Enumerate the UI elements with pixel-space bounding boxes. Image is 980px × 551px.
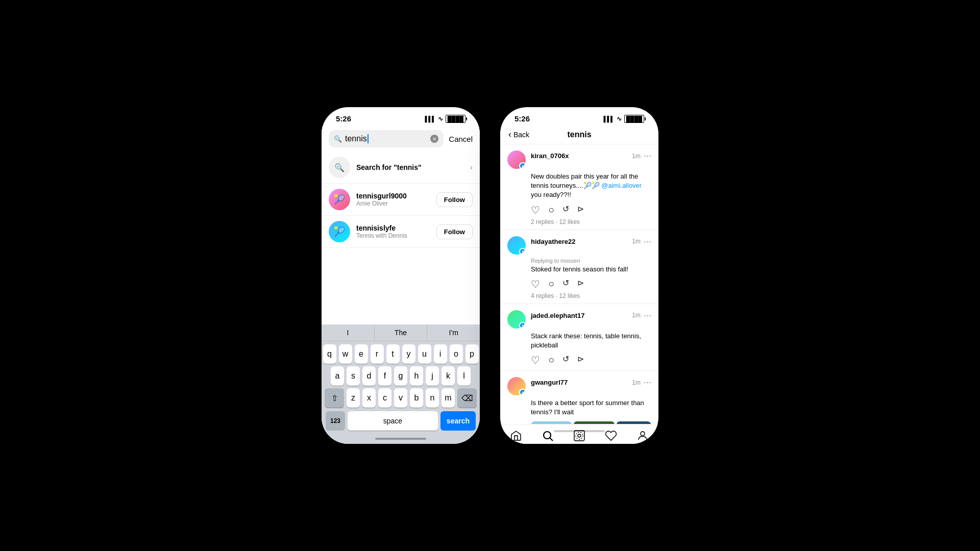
key-p[interactable]: p [465,344,479,364]
result-text-2: tennisislyfe Tennis with Dennis [356,224,430,239]
key-shift[interactable]: ⇧ [325,388,344,408]
left-home-indicator [375,438,426,440]
key-g[interactable]: g [394,366,407,386]
search-input-text[interactable]: tennis [345,134,427,143]
left-status-bar: 5:26 ▌▌▌ ∿ ████ [322,107,480,126]
key-space[interactable]: space [348,411,438,431]
key-h[interactable]: h [410,366,423,386]
post-3-username[interactable]: jaded.elephant17 [531,312,584,319]
cancel-button[interactable]: Cancel [449,135,473,143]
comment-icon-2[interactable]: ○ [548,278,554,290]
nav-profile[interactable] [636,430,649,442]
svg-point-13 [576,432,583,439]
like-icon-1[interactable]: ♡ [531,204,540,216]
key-u[interactable]: u [418,344,431,364]
key-i[interactable]: i [434,344,447,364]
repost-icon-3[interactable]: ↺ [562,354,569,366]
post-3-more[interactable]: ··· [644,310,651,321]
post-1-username-row: kiran_0706x 1m ··· [531,151,651,161]
key-r[interactable]: r [371,344,384,364]
post-2-more[interactable]: ··· [644,236,651,247]
follow-button-2[interactable]: Follow [436,224,473,239]
repost-icon-2[interactable]: ↺ [562,278,569,290]
word-suggestions: I The I'm [322,324,480,341]
search-input-wrap[interactable]: 🔍 tennis ✕ [329,130,444,147]
suggestion-1[interactable]: The [375,324,428,341]
post-3: + jaded.elephant17 1m ··· Stack rank the… [500,304,658,371]
search-query-text: tennis [345,134,367,143]
left-time: 5:26 [336,114,351,123]
clear-button[interactable]: ✕ [430,135,438,143]
key-w[interactable]: w [339,344,352,364]
suggestion-0[interactable]: I [322,324,375,341]
key-t[interactable]: t [386,344,400,364]
user-avatar-2: 🎾 [329,221,350,242]
nav-home[interactable] [510,430,522,442]
comment-icon-3[interactable]: ○ [548,354,554,366]
post-1-more[interactable]: ··· [644,151,651,161]
key-d[interactable]: d [362,366,376,386]
post-2-username[interactable]: hidayathere22 [531,238,575,245]
right-status-bar: 5:26 ▌▌▌ ∿ ████ [500,107,658,126]
like-icon-2[interactable]: ♡ [531,278,540,290]
post-4-username[interactable]: gwangurl77 [531,379,568,386]
post-1-username[interactable]: kiran_0706x [531,152,569,160]
key-a[interactable]: a [331,366,344,386]
key-m[interactable]: m [442,388,455,408]
like-icon-3[interactable]: ♡ [531,354,540,366]
result-username-1: tennisgurl9000 [356,192,430,200]
right-home-indicator [554,430,605,432]
share-icon-2[interactable]: ⊳ [577,278,584,290]
search-result-tennis[interactable]: 🔍 Search for "tennis" › [322,152,480,184]
result-display-1: Amie Oliver [356,200,430,207]
key-l[interactable]: l [457,366,471,386]
key-j[interactable]: j [426,366,439,386]
post-3-avatar: + [507,310,526,329]
post-4-plus-badge: + [519,389,526,395]
key-e[interactable]: e [355,344,368,364]
key-y[interactable]: y [402,344,415,364]
post-4-more[interactable]: ··· [644,377,651,388]
key-f[interactable]: f [378,366,391,386]
post-1-replies: 2 replies [531,218,554,226]
key-k[interactable]: k [442,366,455,386]
key-x[interactable]: x [362,388,376,408]
search-bar-row: 🔍 tennis ✕ Cancel [329,130,473,147]
search-result-user-2[interactable]: 🎾 tennisislyfe Tennis with Dennis Follow [322,216,480,248]
right-phone: 5:26 ▌▌▌ ∿ ████ ‹ Back tennis [500,107,658,444]
key-b[interactable]: b [410,388,423,408]
user-avatar-1: 🎾 [329,189,350,210]
signal-icon-r: ▌▌▌ [603,116,614,122]
svg-point-14 [641,432,645,436]
key-search[interactable]: search [440,411,476,431]
right-time: 5:26 [514,114,530,123]
search-result-text: Search for "tennis" [356,163,464,171]
follow-button-1[interactable]: Follow [436,192,473,207]
post-1-avatar: + [507,151,526,169]
key-q[interactable]: q [323,344,336,364]
post-1: + kiran_0706x 1m ··· New doubles pair [500,144,658,230]
key-o[interactable]: o [450,344,463,364]
key-z[interactable]: z [347,388,360,408]
nav-search[interactable] [542,430,554,442]
result-display-2: Tennis with Dennis [356,232,430,239]
search-result-main: Search for "tennis" [356,163,464,171]
search-result-user-1[interactable]: 🎾 tennisgurl9000 Amie Oliver Follow [322,184,480,216]
left-home-indicator-wrap [322,435,480,444]
key-c[interactable]: c [378,388,391,408]
share-icon-1[interactable]: ⊳ [577,204,584,216]
comment-icon-1[interactable]: ○ [548,204,554,216]
key-123[interactable]: 123 [326,411,345,431]
key-v[interactable]: v [394,388,407,408]
phones-container: 5:26 ▌▌▌ ∿ ████ 🔍 tennis ✕ [322,107,658,444]
post-1-mention[interactable]: @aimi.allover [601,182,642,189]
key-s[interactable]: s [347,366,360,386]
share-icon-3[interactable]: ⊳ [577,354,584,366]
key-n[interactable]: n [426,388,439,408]
repost-icon-1[interactable]: ↺ [562,204,569,216]
suggestion-2[interactable]: I'm [427,324,480,341]
nav-likes[interactable] [605,430,617,442]
back-button[interactable]: ‹ Back [508,129,529,140]
key-backspace[interactable]: ⌫ [457,388,477,408]
search-header: ‹ Back tennis [500,126,658,144]
